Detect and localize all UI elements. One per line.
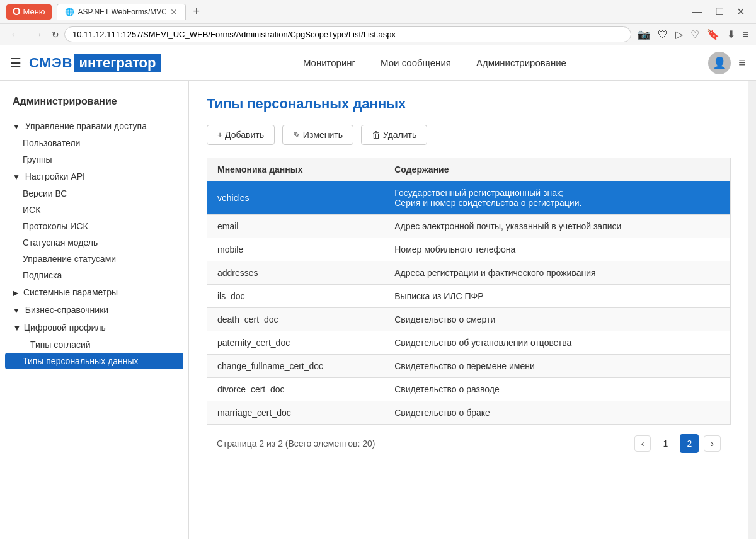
sidebar-sub-section-digital[interactable]: ▼ Цифровой профиль <box>0 319 188 336</box>
tab-close-button[interactable]: ✕ <box>170 7 178 17</box>
window-controls: — ☐ ✕ <box>687 4 750 19</box>
arrow-icon-api: ▼ <box>13 173 20 181</box>
cell-content: Государственный регистрационный знак; Се… <box>384 181 731 215</box>
pagination: Страница 2 из 2 (Всего элементов: 20) ‹ … <box>207 425 731 462</box>
nav-monitoring[interactable]: Мониторинг <box>303 57 355 68</box>
sidebar-section-api[interactable]: ▼ Настройки API <box>0 168 188 185</box>
sidebar-item-subscription[interactable]: Подписка <box>0 267 188 284</box>
table-row[interactable]: change_fullname_cert_docСвидетельство о … <box>207 355 731 378</box>
sidebar-section-sys-label: Системные параметры <box>23 287 118 297</box>
sidebar-item-protocols[interactable]: Протоколы ИСК <box>0 218 188 234</box>
sidebar: Администрирование ▼ Управление правами д… <box>0 81 189 539</box>
cell-mnemonic: change_fullname_cert_doc <box>207 355 384 378</box>
cell-content: Свидетельство о браке <box>384 401 731 425</box>
table-row[interactable]: ils_docВыписка из ИЛС ПФР <box>207 285 731 308</box>
address-bar[interactable] <box>64 26 631 42</box>
header-hamburger-icon[interactable]: ≡ <box>738 55 746 70</box>
opera-menu-label: Меню <box>23 7 45 16</box>
sidebar-item-versions[interactable]: Версии ВС <box>0 185 188 202</box>
browser-toolbar-icons: 📷 🛡 ▷ ♡ 🔖 ⬇ ≡ <box>636 27 750 42</box>
nav-messages[interactable]: Мои сообщения <box>381 57 451 68</box>
pagination-next-button[interactable]: › <box>704 435 721 452</box>
sidebar-item-consent-types[interactable]: Типы согласий <box>0 336 188 353</box>
main-layout: Администрирование ▼ Управление правами д… <box>0 81 756 539</box>
back-button[interactable]: ← <box>6 28 24 42</box>
sidebar-item-status-model[interactable]: Статусная модель <box>0 234 188 251</box>
minimize-button[interactable]: — <box>687 4 707 19</box>
delete-button[interactable]: 🗑 Удалить <box>361 125 427 145</box>
header-right: 👤 ≡ <box>708 52 746 74</box>
logo-integrator: интегратор <box>74 54 161 72</box>
pagination-page-2[interactable]: 2 <box>680 434 699 453</box>
pagination-info: Страница 2 из 2 (Всего элементов: 20) <box>217 438 629 449</box>
sidebar-section-access[interactable]: ▼ Управление правами доступа <box>0 117 188 135</box>
sidebar-item-personal-data-types[interactable]: Типы персональных данных <box>5 353 183 369</box>
pagination-page-1[interactable]: 1 <box>656 434 675 453</box>
table-row[interactable]: marriage_cert_docСвидетельство о браке <box>207 401 731 425</box>
browser-titlebar: O Меню 🌐 ASP.NET WebForms/MVC ... ✕ + — … <box>0 0 756 23</box>
toolbar: + Добавить ✎ Изменить 🗑 Удалить <box>207 125 731 145</box>
arrow-icon-sys: ▶ <box>13 289 18 297</box>
play-icon[interactable]: ▷ <box>674 27 684 42</box>
maximize-button[interactable]: ☐ <box>710 4 729 19</box>
sidebar-item-isk[interactable]: ИСК <box>0 202 188 218</box>
sidebar-section-business[interactable]: ▼ Бизнес-справочники <box>0 301 188 319</box>
app-header: ☰ СМЭВ интегратор Мониторинг Мои сообщен… <box>0 45 756 81</box>
cell-content: Свидетельство о перемене имени <box>384 355 731 378</box>
download-icon[interactable]: ⬇ <box>726 27 736 42</box>
sidebar-section-business-label: Бизнес-справочники <box>25 305 108 315</box>
arrow-icon: ▼ <box>13 122 20 131</box>
scrollbar[interactable] <box>748 81 756 539</box>
settings-icon[interactable]: ≡ <box>742 28 750 42</box>
cell-mnemonic: marriage_cert_doc <box>207 401 384 425</box>
add-button[interactable]: + Добавить <box>207 125 275 145</box>
data-table: Мнемоника данных Содержание vehiclesГосу… <box>207 158 731 425</box>
cell-mnemonic: ils_doc <box>207 285 384 308</box>
cell-content: Свидетельство о разводе <box>384 378 731 401</box>
logo-smev: СМЭВ <box>29 55 72 71</box>
refresh-button[interactable]: ↻ <box>52 30 59 40</box>
new-tab-button[interactable]: + <box>188 4 205 20</box>
sidebar-item-manage-statuses[interactable]: Управление статусами <box>0 251 188 267</box>
sidebar-section-sys[interactable]: ▶ Системные параметры <box>0 284 188 301</box>
cell-content: Адрес электронной почты, указанный в уче… <box>384 215 731 238</box>
heart-icon[interactable]: ♡ <box>689 27 701 42</box>
tab-title: ASP.NET WebForms/MVC ... <box>78 8 166 16</box>
cell-content: Свидетельство о смерти <box>384 308 731 331</box>
table-row[interactable]: death_cert_docСвидетельство о смерти <box>207 308 731 331</box>
cell-mnemonic: death_cert_doc <box>207 308 384 331</box>
camera-icon[interactable]: 📷 <box>636 27 651 42</box>
close-button[interactable]: ✕ <box>731 4 750 19</box>
cell-content: Выписка из ИЛС ПФР <box>384 285 731 308</box>
table-row[interactable]: emailАдрес электронной почты, указанный … <box>207 215 731 238</box>
opera-menu-button[interactable]: O Меню <box>6 4 52 20</box>
cell-content: Свидетельство об установлении отцовства <box>384 331 731 355</box>
avatar[interactable]: 👤 <box>708 52 731 74</box>
cell-mnemonic: mobile <box>207 238 384 261</box>
column-mnemonic: Мнемоника данных <box>207 158 384 181</box>
table-row[interactable]: addressesАдреса регистрации и фактическо… <box>207 261 731 285</box>
edit-button[interactable]: ✎ Изменить <box>282 125 353 145</box>
app-logo: СМЭВ интегратор <box>29 54 161 72</box>
cell-mnemonic: divorce_cert_doc <box>207 378 384 401</box>
sidebar-section-access-label: Управление правами доступа <box>25 121 147 131</box>
nav-administration[interactable]: Администрирование <box>476 57 566 68</box>
shield-icon[interactable]: 🛡 <box>656 28 669 42</box>
cell-content: Номер мобильного телефона <box>384 238 731 261</box>
sidebar-item-users[interactable]: Пользователи <box>0 135 188 151</box>
sidebar-toggle-button[interactable]: ☰ <box>10 55 21 71</box>
table-row[interactable]: divorce_cert_docСвидетельство о разводе <box>207 378 731 401</box>
table-row[interactable]: paternity_cert_docСвидетельство об устан… <box>207 331 731 355</box>
forward-button[interactable]: → <box>29 28 47 42</box>
sidebar-item-groups[interactable]: Группы <box>0 151 188 168</box>
arrow-icon-digital: ▼ <box>13 323 21 333</box>
table-header-row: Мнемоника данных Содержание <box>207 158 731 181</box>
bookmark-icon[interactable]: 🔖 <box>706 27 721 42</box>
table-row[interactable]: mobileНомер мобильного телефона <box>207 238 731 261</box>
browser-tab-active[interactable]: 🌐 ASP.NET WebForms/MVC ... ✕ <box>57 4 186 20</box>
pagination-prev-button[interactable]: ‹ <box>634 435 651 452</box>
sidebar-section-api-label: Настройки API <box>25 171 85 181</box>
browser-addressbar: ← → ↻ 📷 🛡 ▷ ♡ 🔖 ⬇ ≡ <box>0 23 756 45</box>
table-row[interactable]: vehiclesГосударственный регистрационный … <box>207 181 731 215</box>
arrow-icon-business: ▼ <box>13 306 20 315</box>
